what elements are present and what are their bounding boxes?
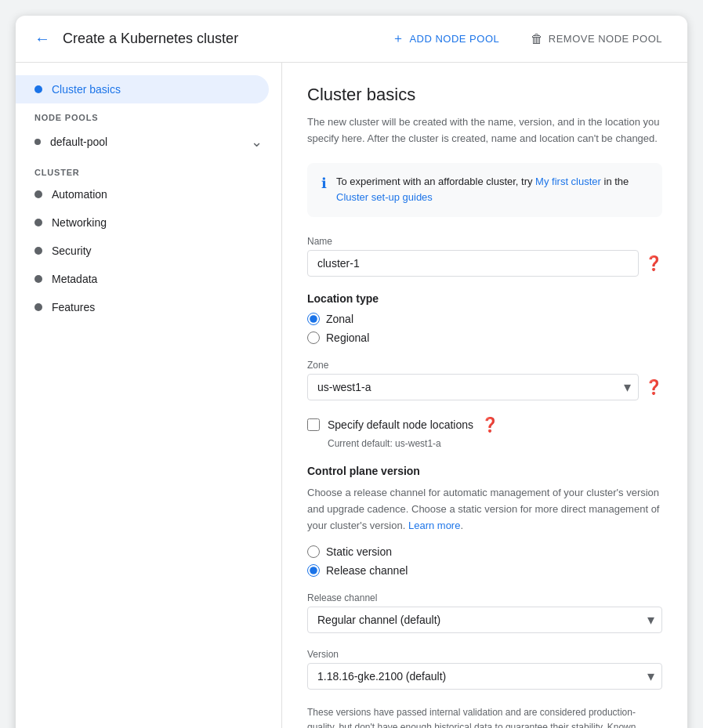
zone-select-wrap: us-west1-a ▾	[307, 374, 639, 400]
sidebar-item-networking[interactable]: Networking	[16, 208, 269, 237]
info-text: To experiment with an affordable cluster…	[336, 174, 629, 207]
sidebar-cluster-header: CLUSTER	[16, 158, 281, 180]
features-label: Features	[52, 301, 95, 313]
sidebar-item-features[interactable]: Features	[16, 293, 269, 321]
info-icon: ℹ	[321, 175, 327, 192]
add-icon: ＋	[392, 31, 405, 47]
name-field-row: ❓	[307, 250, 662, 277]
version-group: Version 1.18.16-gke.2100 (default) ▾	[307, 649, 662, 690]
zone-select[interactable]: us-west1-a	[307, 374, 639, 400]
learn-more-link[interactable]: Learn more	[408, 520, 460, 531]
regional-label: Regional	[326, 331, 369, 344]
zonal-radio[interactable]	[307, 313, 320, 325]
sidebar-node-pools-header: NODE POOLS	[16, 103, 281, 125]
sidebar: Cluster basics NODE POOLS default-pool ⌄…	[16, 63, 282, 728]
name-field-group: Name ❓	[307, 236, 662, 277]
version-select[interactable]: 1.18.16-gke.2100 (default)	[307, 663, 662, 690]
trash-icon: 🗑	[531, 32, 544, 46]
sidebar-item-metadata[interactable]: Metadata	[16, 265, 269, 293]
control-plane-title: Control plane version	[307, 465, 662, 477]
cluster-setup-guides-link[interactable]: Cluster set-up guides	[336, 191, 433, 203]
sidebar-dot	[34, 247, 42, 255]
chevron-down-icon: ⌄	[251, 133, 263, 150]
version-radio-group: Static version Release channel	[307, 545, 662, 577]
info-banner: ℹ To experiment with an affordable clust…	[307, 163, 662, 218]
name-label: Name	[307, 236, 662, 247]
version-note: These versions have passed internal vali…	[307, 705, 662, 728]
control-plane-desc: Choose a release channel for automatic m…	[307, 485, 662, 534]
my-first-cluster-link[interactable]: My first cluster	[535, 176, 601, 187]
main-title: Cluster basics	[307, 85, 662, 105]
location-type-title: Location type	[307, 292, 662, 305]
control-plane-section: Control plane version Choose a release c…	[307, 465, 662, 576]
page-title: Create a Kubernetes cluster	[63, 31, 373, 47]
static-version-item[interactable]: Static version	[307, 545, 662, 558]
automation-label: Automation	[52, 188, 107, 201]
sidebar-dot	[34, 219, 42, 226]
zone-help-icon[interactable]: ❓	[645, 378, 662, 396]
main-description: The new cluster will be created with the…	[307, 114, 662, 147]
release-channel-select-label: Release channel	[307, 592, 662, 603]
add-node-pool-button[interactable]: ＋ ADD NODE POOL	[386, 26, 506, 52]
header: ← Create a Kubernetes cluster ＋ ADD NODE…	[16, 16, 687, 63]
release-channel-select-wrap: Regular channel (default) ▾	[307, 607, 662, 633]
sidebar-item-default-pool[interactable]: default-pool ⌄	[16, 125, 281, 158]
networking-label: Networking	[52, 216, 107, 229]
location-radio-group: Zonal Regional	[307, 313, 662, 344]
version-select-wrap: 1.18.16-gke.2100 (default) ▾	[307, 663, 662, 690]
sidebar-item-security[interactable]: Security	[16, 237, 269, 265]
default-pool-label: default-pool	[50, 136, 251, 148]
pool-dot	[34, 139, 41, 145]
release-channel-label: Release channel	[326, 564, 408, 577]
body: Cluster basics NODE POOLS default-pool ⌄…	[16, 63, 687, 728]
zone-field-group: Zone us-west1-a ▾ ❓	[307, 360, 662, 400]
zonal-radio-item[interactable]: Zonal	[307, 313, 662, 325]
zone-label: Zone	[307, 360, 662, 371]
regional-radio-item[interactable]: Regional	[307, 331, 662, 344]
specify-locations-row: Specify default node locations ❓	[307, 416, 662, 433]
zonal-label: Zonal	[326, 313, 353, 325]
location-type-group: Location type Zonal Regional	[307, 292, 662, 344]
static-version-label: Static version	[326, 545, 392, 558]
sidebar-item-cluster-basics[interactable]: Cluster basics	[16, 75, 269, 103]
main-window: ← Create a Kubernetes cluster ＋ ADD NODE…	[16, 16, 687, 728]
specify-locations-help-icon[interactable]: ❓	[481, 416, 498, 433]
metadata-label: Metadata	[52, 273, 97, 285]
current-default-text: Current default: us-west1-a	[328, 438, 662, 449]
sidebar-cluster-basics-label: Cluster basics	[52, 83, 121, 96]
remove-node-pool-button[interactable]: 🗑 REMOVE NODE POOL	[524, 27, 669, 51]
version-label: Version	[307, 649, 662, 660]
static-version-radio[interactable]	[307, 545, 320, 558]
release-channel-radio[interactable]	[307, 564, 320, 577]
zone-select-row: us-west1-a ▾ ❓	[307, 374, 662, 400]
sidebar-dot	[34, 303, 42, 311]
security-label: Security	[52, 244, 92, 257]
regional-radio[interactable]	[307, 331, 320, 344]
name-help-icon[interactable]: ❓	[645, 255, 662, 272]
header-actions: ＋ ADD NODE POOL 🗑 REMOVE NODE POOL	[386, 26, 669, 52]
name-input[interactable]	[307, 250, 639, 277]
specify-locations-label: Specify default node locations	[328, 418, 473, 431]
main-content: Cluster basics The new cluster will be c…	[282, 63, 687, 728]
release-channel-select[interactable]: Regular channel (default)	[307, 607, 662, 633]
sidebar-item-automation[interactable]: Automation	[16, 180, 269, 208]
sidebar-dot-active	[34, 85, 42, 93]
sidebar-dot	[34, 275, 42, 283]
release-channel-item[interactable]: Release channel	[307, 564, 662, 577]
release-channel-group: Release channel Regular channel (default…	[307, 592, 662, 633]
back-button[interactable]: ←	[34, 30, 50, 48]
sidebar-dot	[34, 190, 42, 198]
specify-locations-checkbox[interactable]	[307, 418, 320, 431]
